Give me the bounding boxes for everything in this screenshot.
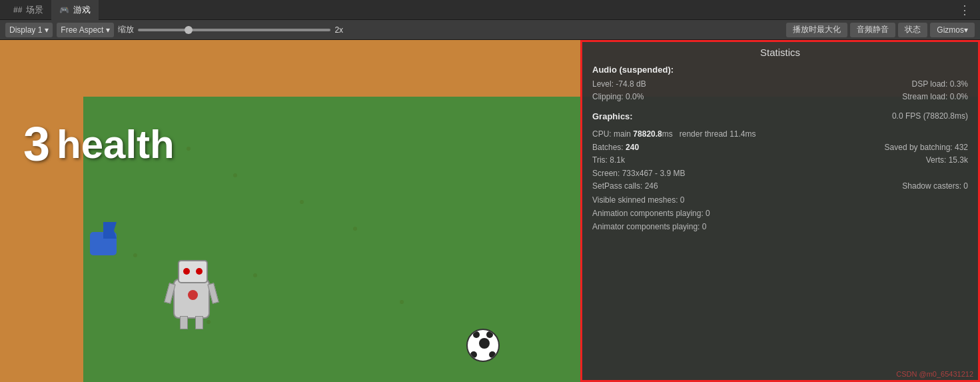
audio-clipping-row: Clipping: 0.0% Stream load: 0.0%: [592, 91, 968, 103]
grass-detail: [400, 300, 404, 304]
statistics-panel: Statistics Audio (suspended): Level: -74…: [580, 40, 980, 382]
animator-row: Animator components playing: 0: [592, 220, 968, 233]
graphics-title: Graphics:: [592, 110, 633, 124]
game-view: 3 health: [0, 40, 980, 382]
toolbar-right-controls: 播放时最大化 音频静音 状态 Gizmos ▾: [786, 23, 975, 37]
tab-bar: ## 场景 🎮 游戏 ⋮: [0, 0, 980, 20]
aspect-label: Free Aspect: [61, 25, 103, 35]
soccer-patch: [479, 338, 490, 349]
audio-clipping: Clipping: 0.0%: [592, 91, 644, 103]
dsp-load: DSP load: 0.3%: [912, 78, 969, 91]
grass-detail: [353, 227, 357, 231]
grass-detail: [233, 173, 237, 177]
gizmos-chevron-icon: ▾: [964, 25, 968, 35]
audio-level: Level: -74.8 dB: [592, 78, 646, 91]
audio-title: Audio (suspended):: [592, 65, 968, 75]
grass-detail: [187, 147, 191, 151]
tris-verts-row: Tris: 8.1k Verts: 15.3k: [592, 154, 968, 167]
fps-value: 0.0 FPS (78820.8ms): [892, 110, 968, 127]
tab-scene[interactable]: ## 场景: [5, 0, 51, 20]
grass-detail: [207, 320, 211, 324]
robot-left-arm: [164, 283, 175, 304]
shadow-casters: Shadow casters: 0: [902, 180, 968, 193]
robot-right-leg: [195, 316, 203, 329]
display-label: Display 1: [9, 25, 42, 35]
gizmos-label: Gizmos: [937, 25, 964, 35]
main-area: 3 health: [0, 40, 980, 382]
aspect-dropdown[interactable]: Free Aspect ▾: [57, 23, 114, 37]
grass-detail: [133, 253, 137, 257]
cpu-main-value: 78820.8: [633, 129, 662, 139]
graphics-section: Graphics: 0.0 FPS (78820.8ms) CPU: main …: [592, 110, 968, 233]
verts-value: Verts: 15.3k: [926, 154, 968, 167]
robot-left-eye: [183, 268, 190, 275]
health-display: 3 health: [23, 117, 175, 171]
tris-value: Tris: 8.1k: [592, 154, 625, 167]
blue-character: [90, 232, 117, 265]
setpass-row: SetPass calls: 246 Shadow casters: 0: [592, 180, 968, 193]
zoom-label: 缩放: [118, 24, 134, 35]
more-options-icon[interactable]: ⋮: [955, 3, 975, 17]
visible-skinned-row: Visible skinned meshes: 0: [592, 193, 968, 207]
soccer-ball: [466, 329, 500, 362]
grass-detail: [300, 200, 304, 204]
batches-value: 240: [626, 143, 639, 152]
animation-row: Animation components playing: 0: [592, 207, 968, 220]
display-chevron-icon: ▾: [45, 25, 49, 35]
stream-load: Stream load: 0.0%: [902, 91, 968, 103]
robot-left-leg: [180, 316, 188, 329]
zoom-control: 缩放 2x: [118, 24, 351, 35]
display-dropdown[interactable]: Display 1 ▾: [5, 23, 53, 37]
aspect-chevron-icon: ▾: [106, 25, 110, 35]
health-number: 3: [23, 117, 50, 171]
blue-flag: [103, 222, 117, 239]
robot-character: [173, 279, 210, 319]
robot-head: [178, 260, 208, 283]
tab-game-label: 游戏: [73, 4, 91, 16]
stats-button[interactable]: 状态: [898, 23, 927, 37]
soccer-patch: [489, 351, 496, 358]
grass-detail: [253, 273, 257, 277]
toolbar: Display 1 ▾ Free Aspect ▾ 缩放 2x 播放时最大化 音…: [0, 20, 980, 40]
robot-body: [173, 279, 210, 319]
audio-level-row: Level: -74.8 dB DSP load: 0.3%: [592, 78, 968, 91]
setpass-value: SetPass calls: 246: [592, 180, 658, 193]
game-icon: 🎮: [59, 5, 69, 15]
health-label: health: [57, 121, 175, 167]
stats-title: Statistics: [592, 47, 968, 58]
audio-section: Audio (suspended): Level: -74.8 dB DSP l…: [592, 65, 968, 103]
tab-game[interactable]: 🎮 游戏: [51, 0, 99, 20]
robot-chest: [188, 290, 198, 300]
soccer-patch: [486, 331, 493, 338]
scene-icon: ##: [13, 5, 22, 15]
mute-button[interactable]: 音频静音: [850, 23, 895, 37]
gizmos-button[interactable]: Gizmos ▾: [930, 23, 975, 37]
robot-right-arm: [207, 283, 219, 304]
batches-cell: Batches: 240: [592, 141, 639, 154]
soccer-patch: [473, 331, 480, 338]
zoom-slider[interactable]: [138, 29, 330, 31]
tab-scene-label: 场景: [26, 4, 43, 16]
screen-row: Screen: 733x467 - 3.9 MB: [592, 167, 968, 180]
zoom-value: 2x: [334, 25, 351, 35]
graphics-header-row: Graphics: 0.0 FPS (78820.8ms): [592, 110, 968, 127]
maximize-button[interactable]: 播放时最大化: [786, 23, 847, 37]
robot-right-eye: [196, 268, 203, 275]
soccer-patch: [470, 351, 477, 358]
batches-row: Batches: 240 Saved by batching: 432: [592, 141, 968, 154]
cpu-row: CPU: main 78820.8ms render thread 11.4ms: [592, 127, 968, 141]
saved-batching: Saved by batching: 432: [885, 141, 968, 154]
watermark: CSDN @m0_65431212: [896, 370, 973, 378]
